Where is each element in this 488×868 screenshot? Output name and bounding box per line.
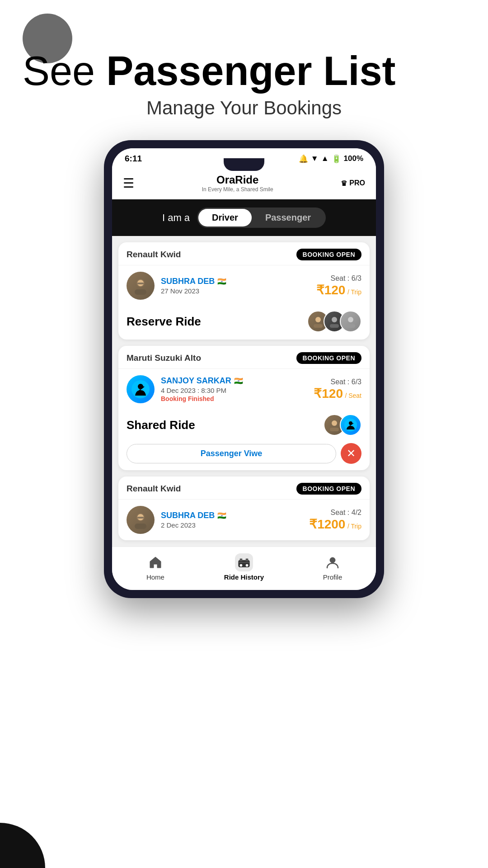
phone-notch — [224, 158, 264, 171]
nav-ride-history-label: Ride History — [224, 573, 264, 581]
driver-date-2: 4 Dec 2023 : 8:30 PM — [161, 387, 307, 394]
seat-price-1: Seat : 6/3 ₹120 / Trip — [316, 274, 361, 297]
svg-rect-23 — [137, 517, 144, 519]
driver-tab[interactable]: Driver — [198, 209, 252, 226]
svg-point-27 — [240, 564, 243, 567]
passenger-view-button[interactable]: Passenger Viwe — [127, 444, 336, 463]
avatar-img-2 — [127, 375, 155, 403]
role-switcher: I am a Driver Passenger — [112, 199, 376, 236]
car-name-2: Maruti Suzuki Alto — [127, 353, 201, 363]
car-name-3: Renault Kwid — [127, 484, 181, 494]
svg-rect-1 — [135, 289, 146, 295]
role-switcher-label: I am a — [162, 212, 190, 224]
status-time: 6:11 — [125, 154, 142, 164]
flag-2: 🇮🇳 — [234, 377, 243, 385]
svg-point-28 — [246, 564, 249, 567]
card-1-body: SUBHRA DEB 🇮🇳 27 Nov 2023 Seat : 6/3 ₹12… — [118, 265, 370, 306]
close-button[interactable]: ✕ — [341, 443, 361, 464]
svg-point-14 — [332, 420, 337, 426]
driver-date-1: 27 Nov 2023 — [161, 287, 310, 295]
svg-rect-25 — [240, 559, 243, 561]
pro-label: PRO — [349, 179, 365, 187]
battery-icon: 🔋 — [332, 154, 341, 164]
svg-rect-5 — [314, 324, 323, 328]
svg-rect-7 — [330, 324, 339, 328]
flag-1: 🇮🇳 — [217, 277, 226, 286]
nav-ride-history[interactable]: Ride History — [224, 553, 264, 581]
bg-circle-bottom — [0, 823, 45, 868]
hero-title: See Passenger List — [23, 50, 465, 93]
driver-info-1: SUBHRA DEB 🇮🇳 27 Nov 2023 Seat : 6/3 ₹12… — [127, 272, 361, 300]
price-unit-1: / Trip — [347, 288, 361, 296]
price-1: ₹120 — [316, 283, 346, 297]
passenger-avatar-5 — [340, 414, 361, 436]
driver-info-3: SUBHRA DEB 🇮🇳 2 Dec 2023 Seat : 4/2 ₹120… — [127, 506, 361, 534]
hero-subtitle: Manage Your Bookings — [23, 97, 465, 119]
card-3-body: SUBHRA DEB 🇮🇳 2 Dec 2023 Seat : 4/2 ₹120… — [118, 500, 370, 540]
hero-section: See Passenger List Manage Your Bookings — [23, 50, 465, 119]
passengers-1 — [307, 311, 361, 332]
driver-name-3: SUBHRA DEB 🇮🇳 — [161, 511, 303, 520]
svg-point-8 — [348, 317, 353, 322]
ride-card-1: Renault Kwid BOOKING OPEN — [118, 242, 370, 340]
svg-rect-26 — [246, 559, 249, 561]
app-logo: OraRide In Every Mile, a Shared Smile — [202, 174, 273, 193]
nav-profile[interactable]: Profile — [314, 553, 351, 581]
card-2-header: Maruti Suzuki Alto BOOKING OPEN — [118, 346, 370, 369]
app-tagline: In Every Mile, a Shared Smile — [202, 186, 273, 193]
seat-price-2: Seat : 6/3 ₹120 / Seat — [314, 378, 361, 401]
ride-card-2: Maruti Suzuki Alto BOOKING OPEN — [118, 346, 370, 470]
flag-3: 🇮🇳 — [217, 511, 226, 520]
passengers-2 — [324, 414, 361, 436]
passenger-tab[interactable]: Passenger — [252, 209, 324, 226]
avatar-img-1 — [127, 272, 155, 300]
role-tabs: Driver Passenger — [197, 208, 326, 228]
svg-point-6 — [332, 317, 337, 322]
svg-rect-15 — [330, 428, 339, 431]
crown-icon: ♛ — [341, 179, 347, 188]
driver-avatar-3 — [127, 506, 155, 534]
booking-badge-2: BOOKING OPEN — [296, 352, 361, 364]
battery-percent: 100% — [344, 154, 363, 163]
ride-history-icon — [235, 553, 253, 571]
ride-type-1: Reserve Ride — [127, 315, 201, 329]
passenger-avatar-3 — [340, 311, 361, 332]
app-header: ☰ OraRide In Every Mile, a Shared Smile … — [112, 167, 376, 199]
signal-icon: ▲ — [321, 154, 329, 163]
price-unit-3: / Trip — [347, 523, 361, 530]
seat-info-2: Seat : 6/3 — [314, 378, 361, 386]
profile-icon — [324, 553, 342, 571]
card-3-header: Renault Kwid BOOKING OPEN — [118, 476, 370, 500]
card-2-footer: Shared Ride — [118, 410, 370, 443]
driver-details-3: SUBHRA DEB 🇮🇳 2 Dec 2023 — [161, 511, 303, 529]
booking-badge-3: BOOKING OPEN — [296, 483, 361, 495]
svg-point-4 — [315, 317, 321, 322]
wifi-icon: ▼ — [311, 154, 319, 163]
cards-area: Renault Kwid BOOKING OPEN — [112, 236, 376, 547]
seat-info-1: Seat : 6/3 — [316, 274, 361, 283]
ride-card-3: Renault Kwid BOOKING OPEN — [118, 476, 370, 540]
price-unit-2: / Seat — [345, 392, 361, 399]
passenger-view-row: Passenger Viwe ✕ — [118, 443, 370, 470]
card-1-header: Renault Kwid BOOKING OPEN — [118, 242, 370, 265]
driver-date-3: 2 Dec 2023 — [161, 521, 303, 529]
nav-home-label: Home — [146, 573, 164, 581]
svg-rect-29 — [239, 562, 249, 563]
car-name-1: Renault Kwid — [127, 250, 181, 259]
notification-icon: 🔔 — [299, 154, 308, 164]
bottom-nav: Home Ride History — [112, 547, 376, 590]
nav-home[interactable]: Home — [137, 553, 174, 581]
avatar-img-3 — [127, 506, 155, 534]
seat-price-3: Seat : 4/2 ₹1200 / Trip — [309, 509, 361, 532]
driver-avatar-1 — [127, 272, 155, 300]
driver-name-1: SUBHRA DEB 🇮🇳 — [161, 277, 310, 286]
pro-badge: ♛ PRO — [341, 179, 365, 188]
home-icon — [146, 553, 164, 571]
menu-icon[interactable]: ☰ — [123, 176, 134, 191]
card-1-footer: Reserve Ride — [118, 306, 370, 340]
svg-rect-21 — [135, 524, 146, 529]
phone-screen: 6:11 🔔 ▼ ▲ 🔋 100% ☰ OraRide In Every Mil… — [112, 148, 376, 590]
driver-info-2: SANJOY SARKAR 🇮🇳 4 Dec 2023 : 8:30 PM Bo… — [127, 375, 361, 403]
phone-frame: 6:11 🔔 ▼ ▲ 🔋 100% ☰ OraRide In Every Mil… — [104, 140, 384, 598]
booking-badge-1: BOOKING OPEN — [296, 249, 361, 260]
